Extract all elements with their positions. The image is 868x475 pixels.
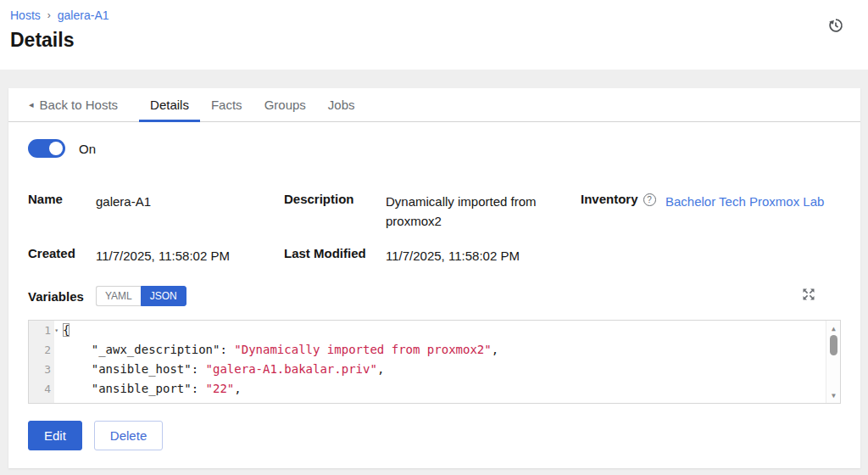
last-modified-value: 11/7/2025, 11:58:02 PM — [386, 246, 581, 265]
tab-back-label: Back to Hosts — [40, 98, 119, 112]
page-body: ◂ Back to Hosts Details Facts Groups Job… — [0, 70, 868, 475]
inventory-link[interactable]: Bachelor Tech Proxmox Lab — [665, 192, 841, 211]
breadcrumb: Hosts › galera-A1 — [10, 8, 858, 22]
scroll-down-icon[interactable]: ▼ — [826, 389, 841, 401]
yaml-mode-button[interactable]: YAML — [96, 286, 141, 306]
fold-caret-icon[interactable]: ▾ — [54, 321, 58, 340]
name-label: Name — [28, 192, 96, 206]
tab-jobs[interactable]: Jobs — [317, 88, 366, 121]
host-enabled-row: On — [28, 139, 841, 158]
code-line: 2 "_awx_description": "Dynamically impor… — [29, 340, 826, 360]
json-mode-button[interactable]: JSON — [141, 286, 186, 306]
card-content: On Name galera-A1 Description Dynamicall… — [8, 122, 860, 467]
tab-facts[interactable]: Facts — [200, 88, 253, 121]
line-number: 3 — [29, 360, 54, 379]
name-value: galera-A1 — [96, 192, 284, 211]
details-card: ◂ Back to Hosts Details Facts Groups Job… — [8, 88, 860, 468]
line-number: 2 — [29, 340, 54, 360]
breadcrumb-current[interactable]: galera-A1 — [58, 8, 109, 22]
code-text: "ansible_user": "root", — [54, 399, 256, 404]
description-label: Description — [284, 192, 386, 206]
scrollbar-thumb[interactable] — [830, 335, 837, 355]
code-text: "ansible_port": "22", — [54, 379, 242, 399]
inventory-label-text: Inventory — [581, 192, 638, 206]
editor-scrollbar[interactable]: ▲ ▼ — [826, 321, 840, 403]
code-line: 3 "ansible_host": "galera-A1.bakalar.pri… — [29, 360, 826, 379]
variables-mode-switcher: YAML JSON — [96, 286, 186, 306]
variables-code-editor[interactable]: 1▾{2 "_awx_description": "Dynamically im… — [28, 320, 841, 404]
created-value: 11/7/2025, 11:58:02 PM — [96, 246, 284, 265]
detail-grid: Name galera-A1 Description Dynamically i… — [28, 192, 841, 265]
tab-details[interactable]: Details — [139, 88, 200, 121]
tab-groups[interactable]: Groups — [253, 88, 317, 121]
inventory-label: Inventory ? — [581, 192, 665, 206]
last-modified-label: Last Modified — [284, 246, 386, 260]
tab-bar: ◂ Back to Hosts Details Facts Groups Job… — [8, 88, 860, 122]
code-line: 4 "ansible_port": "22", — [29, 379, 826, 399]
edit-button[interactable]: Edit — [28, 421, 82, 450]
code-text: "_awx_description": "Dynamically importe… — [54, 340, 498, 360]
caret-left-icon: ◂ — [29, 99, 34, 110]
host-enabled-toggle[interactable] — [28, 139, 65, 158]
tab-back-to-hosts[interactable]: ◂ Back to Hosts — [27, 88, 129, 121]
editor-lines: 1▾{2 "_awx_description": "Dynamically im… — [29, 321, 826, 403]
scroll-up-icon[interactable]: ▲ — [826, 322, 841, 334]
page-title: Details — [10, 29, 858, 52]
code-text: "ansible_host": "galera-A1.bakalar.priv"… — [54, 360, 384, 379]
code-line: 5 "ansible_user": "root", — [29, 399, 826, 404]
expand-arrows-icon[interactable] — [802, 288, 815, 301]
variables-row: Variables YAML JSON — [28, 286, 841, 306]
delete-button[interactable]: Delete — [94, 421, 163, 450]
breadcrumb-separator-icon: › — [47, 9, 51, 21]
line-number: 1▾ — [29, 321, 54, 340]
toggle-state-label: On — [79, 142, 96, 156]
page-header: Hosts › galera-A1 Details — [0, 0, 868, 70]
breadcrumb-hosts-link[interactable]: Hosts — [10, 8, 41, 22]
history-icon[interactable] — [827, 17, 844, 34]
description-value: Dynamically imported from proxmox2 — [386, 192, 581, 231]
action-buttons: Edit Delete — [28, 421, 841, 450]
code-line: 1▾{ — [29, 321, 826, 340]
created-label: Created — [28, 246, 96, 260]
line-number: 5 — [29, 399, 54, 404]
line-number: 4 — [29, 379, 54, 399]
toggle-knob — [49, 142, 63, 155]
variables-label: Variables — [28, 289, 84, 304]
help-icon[interactable]: ? — [643, 193, 656, 206]
